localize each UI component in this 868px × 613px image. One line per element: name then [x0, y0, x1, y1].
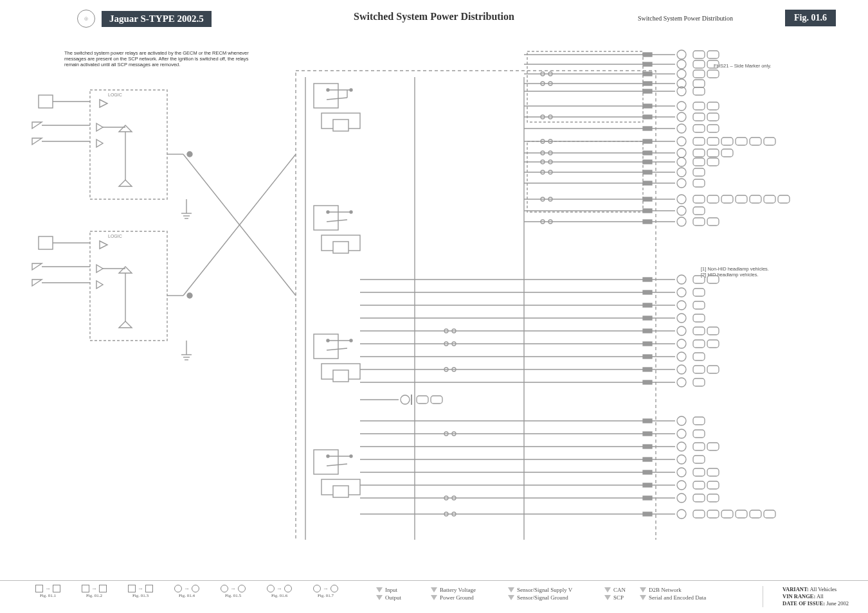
svg-rect-158: [693, 207, 705, 215]
svg-rect-105: [693, 125, 705, 132]
svg-rect-189: [707, 327, 719, 335]
fig-nav-fig-01-1[interactable]: →Fig. 01.1: [35, 585, 60, 598]
svg-rect-103: [643, 127, 652, 130]
svg-rect-206: [693, 366, 705, 373]
svg-rect-83: [643, 82, 652, 85]
legend-col-3: Sensor/Signal Supply V Sensor/Signal Gro…: [508, 586, 572, 601]
svg-rect-233: [643, 458, 652, 461]
svg-point-53: [327, 339, 329, 342]
legend-col-5: D2B Network Serial and Encoded Data: [640, 586, 706, 601]
svg-point-77: [677, 69, 686, 78]
svg-rect-149: [707, 195, 719, 203]
svg-rect-198: [643, 355, 652, 359]
svg-rect-153: [764, 195, 775, 203]
svg-rect-69: [643, 62, 652, 66]
svg-rect-172: [643, 290, 652, 294]
fig-nav-fig-01-2[interactable]: →Fig. 01.2: [82, 585, 107, 598]
legend-scp: SCP: [613, 594, 624, 601]
triangle-icon: [604, 595, 611, 600]
svg-rect-85: [693, 80, 705, 87]
svg-point-60: [327, 455, 329, 458]
header: ◎ Jaguar S-TYPE 2002.5 Switched System P…: [0, 13, 868, 32]
svg-point-173: [677, 288, 686, 297]
svg-rect-89: [693, 87, 705, 95]
svg-point-168: [677, 275, 686, 284]
svg-point-130: [677, 157, 686, 166]
svg-rect-123: [693, 149, 705, 157]
svg-rect-138: [693, 168, 705, 176]
svg-rect-87: [643, 89, 652, 93]
fig-nav-fig-01-6[interactable]: →Fig. 01.6: [267, 585, 292, 598]
legend-d2b: D2B Network: [649, 587, 682, 593]
svg-rect-244: [693, 481, 705, 489]
svg-rect-114: [721, 138, 733, 145]
svg-point-219: [677, 416, 686, 425]
svg-rect-132: [707, 158, 719, 166]
svg-point-47: [350, 211, 352, 213]
logic-label-1: LOGIC: [108, 93, 122, 97]
svg-point-38: [327, 89, 329, 91]
svg-rect-115: [736, 138, 747, 145]
svg-rect-116: [750, 138, 761, 145]
svg-rect-3: [527, 51, 643, 122]
meta-variant-value: All Vehicles: [809, 586, 836, 592]
svg-point-187: [677, 326, 686, 335]
svg-rect-150: [721, 195, 733, 203]
svg-point-163: [677, 217, 686, 226]
svg-point-238: [677, 468, 686, 477]
legend-signal-ground: Sensor/Signal Ground: [517, 594, 568, 601]
svg-rect-256: [643, 512, 652, 516]
svg-rect-178: [693, 301, 705, 309]
svg-rect-136: [643, 170, 652, 174]
legend-supply-v: Sensor/Signal Supply V: [517, 587, 572, 593]
svg-rect-71: [693, 60, 705, 68]
svg-rect-93: [693, 102, 705, 110]
svg-rect-188: [693, 327, 705, 335]
svg-rect-195: [693, 340, 705, 348]
fig-nav-fig-01-5[interactable]: →Fig. 01.5: [221, 585, 246, 598]
svg-rect-174: [693, 289, 705, 296]
triangle-icon: [640, 587, 646, 592]
footer: →Fig. 01.1→Fig. 01.2→Fig. 01.3→Fig. 01.4…: [0, 580, 868, 607]
svg-rect-180: [643, 316, 652, 320]
svg-rect-78: [693, 70, 705, 78]
svg-rect-110: [643, 139, 652, 143]
svg-rect-91: [643, 104, 652, 108]
svg-rect-113: [707, 138, 719, 145]
legend-col-2: Battery Voltage Power Ground: [431, 586, 476, 601]
svg-rect-66: [693, 51, 705, 58]
svg-rect-152: [750, 195, 761, 203]
svg-rect-76: [643, 72, 652, 76]
fig-nav-fig-01-4[interactable]: →Fig. 01.4: [174, 585, 199, 598]
svg-rect-249: [643, 496, 652, 500]
svg-point-205: [677, 365, 686, 374]
meta-vin-value: All: [817, 593, 824, 600]
svg-rect-117: [764, 138, 775, 145]
svg-rect-131: [693, 158, 705, 166]
svg-rect-218: [643, 419, 652, 423]
svg-rect-124: [707, 149, 719, 157]
svg-rect-252: [707, 494, 719, 502]
triangle-icon: [376, 587, 383, 592]
fig-nav-fig-01-3[interactable]: →Fig. 01.3: [128, 585, 153, 598]
legend-serial: Serial and Encoded Data: [649, 594, 706, 601]
triangle-icon: [431, 587, 437, 592]
svg-rect-228: [643, 445, 652, 449]
svg-rect-58: [333, 486, 348, 497]
svg-point-54: [350, 339, 352, 342]
triangle-icon: [508, 595, 514, 600]
fig-nav-fig-01-7[interactable]: →Fig. 01.7: [313, 585, 338, 598]
svg-point-157: [677, 206, 686, 215]
svg-rect-211: [693, 378, 705, 386]
svg-point-61: [350, 455, 352, 458]
svg-rect-125: [721, 149, 733, 157]
legend-battery-voltage: Battery Voltage: [440, 587, 476, 593]
svg-rect-235: [693, 456, 705, 463]
svg-rect-51: [333, 370, 348, 382]
svg-rect-72: [707, 60, 719, 68]
svg-point-257: [677, 510, 686, 519]
svg-point-243: [677, 481, 686, 490]
svg-point-213: [401, 395, 410, 404]
svg-rect-170: [707, 276, 719, 283]
logic-label-2: LOGIC: [108, 234, 122, 238]
